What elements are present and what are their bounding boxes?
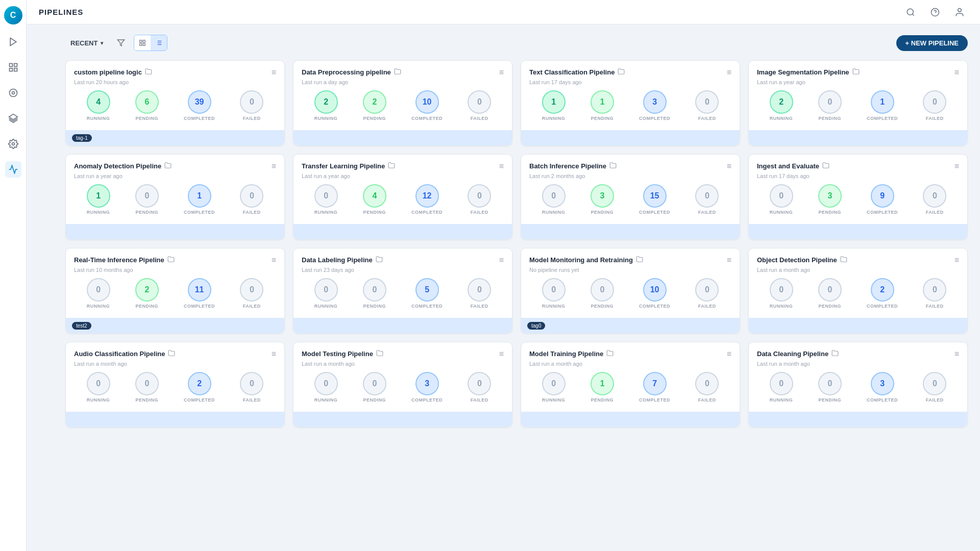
running-circle: 1 xyxy=(87,184,110,208)
stat-pending: 0 PENDING xyxy=(818,278,842,309)
folder-icon[interactable] xyxy=(168,349,175,358)
card-menu-icon[interactable]: ≡ xyxy=(272,162,276,171)
stat-failed: 0 FAILED xyxy=(695,372,719,403)
completed-circle: 3 xyxy=(415,372,439,395)
sidebar-item-gear[interactable] xyxy=(5,136,21,152)
card-menu-icon[interactable]: ≡ xyxy=(499,256,504,265)
card-header: Model Testing Pipeline ≡ xyxy=(302,349,504,359)
topbar-actions xyxy=(902,4,968,20)
help-icon[interactable] xyxy=(927,4,943,20)
card-menu-icon[interactable]: ≡ xyxy=(727,162,731,171)
running-circle: 0 xyxy=(542,184,566,208)
completed-circle: 10 xyxy=(415,90,439,114)
card-footer xyxy=(749,130,967,145)
completed-label: COMPLETED xyxy=(184,304,215,309)
folder-icon[interactable] xyxy=(388,162,395,170)
stat-pending: 2 PENDING xyxy=(135,278,159,309)
stats-row: 0 RUNNING 0 PENDING 3 COMPLETED 0 FAILED xyxy=(302,372,504,403)
sidebar-item-pipelines[interactable] xyxy=(5,34,21,50)
card-title: Anomaly Detection Pipeline xyxy=(74,162,161,170)
completed-label: COMPLETED xyxy=(184,116,215,121)
stat-pending: 4 PENDING xyxy=(363,184,386,215)
card-footer xyxy=(521,412,740,427)
folder-icon[interactable] xyxy=(831,349,839,358)
svg-rect-16 xyxy=(143,40,145,42)
svg-line-10 xyxy=(912,14,914,15)
stat-pending: 0 PENDING xyxy=(135,184,159,215)
filter-icon[interactable] xyxy=(113,35,129,51)
sidebar-item-layers[interactable] xyxy=(5,110,21,127)
pending-circle: 0 xyxy=(591,278,614,302)
search-icon[interactable] xyxy=(902,4,919,20)
card-footer xyxy=(749,318,967,333)
user-icon[interactable] xyxy=(951,4,968,20)
card-title-row: Model Monitoring and Retraining xyxy=(529,256,643,264)
card-menu-icon[interactable]: ≡ xyxy=(499,162,504,171)
card-menu-icon[interactable]: ≡ xyxy=(727,256,731,265)
folder-icon[interactable] xyxy=(822,162,829,170)
folder-icon[interactable] xyxy=(164,162,172,170)
recent-button[interactable]: RECENT ▾ xyxy=(65,37,108,49)
folder-icon[interactable] xyxy=(606,349,614,358)
card-last-run: Last run a month ago xyxy=(757,361,959,367)
folder-icon[interactable] xyxy=(145,68,152,77)
card-header: custom pipeline logic ≡ xyxy=(74,68,276,77)
card-menu-icon[interactable]: ≡ xyxy=(272,256,276,265)
card-footer xyxy=(293,130,512,145)
list-view-button[interactable] xyxy=(151,35,167,51)
card-menu-icon[interactable]: ≡ xyxy=(499,349,504,359)
failed-circle: 0 xyxy=(468,90,491,114)
failed-circle: 0 xyxy=(695,90,719,114)
folder-icon[interactable] xyxy=(167,256,175,264)
card-menu-icon[interactable]: ≡ xyxy=(727,68,731,77)
pending-label: PENDING xyxy=(363,304,386,309)
stat-failed: 0 FAILED xyxy=(923,278,946,309)
folder-icon[interactable] xyxy=(609,162,617,170)
card-last-run: Last run a month ago xyxy=(302,361,504,367)
card-header: Real-Time Inference Pipeline ≡ xyxy=(74,256,276,265)
folder-icon[interactable] xyxy=(852,68,860,77)
card-header: Image Segmentation Pipeline ≡ xyxy=(757,68,959,77)
pending-label: PENDING xyxy=(591,210,614,215)
card-menu-icon[interactable]: ≡ xyxy=(954,349,959,359)
failed-circle: 0 xyxy=(468,372,491,395)
pending-circle: 0 xyxy=(363,278,386,302)
card-menu-icon[interactable]: ≡ xyxy=(499,68,504,77)
pipeline-card: custom pipeline logic ≡ Last run 20 hour… xyxy=(65,60,285,146)
completed-label: COMPLETED xyxy=(184,210,215,215)
card-menu-icon[interactable]: ≡ xyxy=(272,68,276,77)
card-body: Model Monitoring and Retraining ≡ No pip… xyxy=(521,248,740,318)
card-last-run: Last run a year ago xyxy=(302,173,504,179)
running-label: RUNNING xyxy=(314,304,338,309)
stats-row: 1 RUNNING 1 PENDING 3 COMPLETED 0 FAILED xyxy=(529,90,731,121)
completed-label: COMPLETED xyxy=(867,116,898,121)
folder-icon[interactable] xyxy=(840,256,847,264)
stat-failed: 0 FAILED xyxy=(468,372,491,403)
card-body: Object Detection Pipeline ≡ Last run a m… xyxy=(749,248,967,318)
folder-icon[interactable] xyxy=(618,68,625,77)
card-menu-icon[interactable]: ≡ xyxy=(272,349,276,359)
sidebar-item-active[interactable] xyxy=(5,161,21,178)
stat-running: 0 RUNNING xyxy=(314,278,338,309)
card-menu-icon[interactable]: ≡ xyxy=(954,162,959,171)
card-menu-icon[interactable]: ≡ xyxy=(727,349,731,359)
folder-icon[interactable] xyxy=(376,349,383,358)
running-label: RUNNING xyxy=(542,116,566,121)
completed-circle: 15 xyxy=(643,184,667,208)
grid-view-button[interactable] xyxy=(134,35,151,51)
sidebar-item-models[interactable] xyxy=(5,59,21,76)
card-menu-icon[interactable]: ≡ xyxy=(954,68,959,77)
svg-point-8 xyxy=(12,143,14,145)
card-header: Model Monitoring and Retraining ≡ xyxy=(529,256,731,265)
pipeline-card: Batch Inference Pipeline ≡ Last run 2 mo… xyxy=(521,154,740,240)
card-body: Anomaly Detection Pipeline ≡ Last run a … xyxy=(66,155,284,224)
folder-icon[interactable] xyxy=(394,68,401,77)
app-logo[interactable]: C xyxy=(4,6,22,24)
new-pipeline-button[interactable]: + NEW PIPELINE xyxy=(896,35,968,51)
pending-circle: 0 xyxy=(363,372,386,395)
card-menu-icon[interactable]: ≡ xyxy=(954,256,959,265)
folder-icon[interactable] xyxy=(376,256,383,264)
sidebar-item-deploy[interactable] xyxy=(5,85,21,101)
folder-icon[interactable] xyxy=(636,256,643,264)
pending-circle: 4 xyxy=(363,184,386,208)
